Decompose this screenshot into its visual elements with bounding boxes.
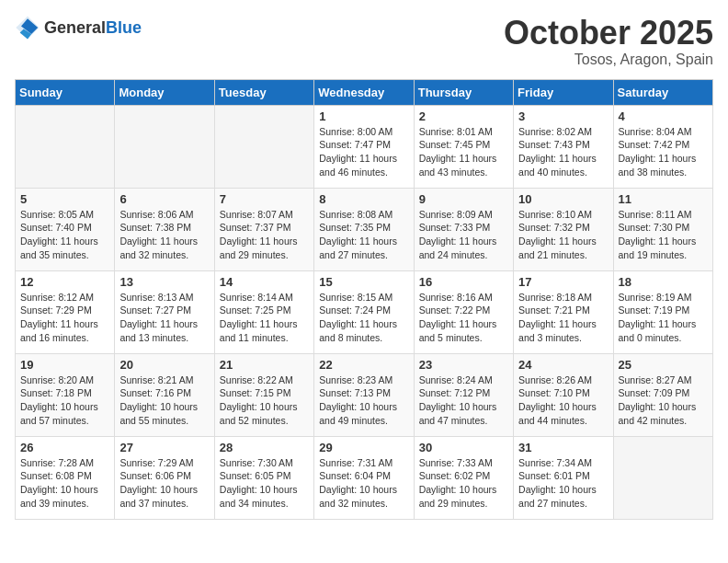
- day-cell: 30Sunrise: 7:33 AM Sunset: 6:02 PM Dayli…: [414, 436, 513, 519]
- day-info: Sunrise: 7:33 AM Sunset: 6:02 PM Dayligh…: [419, 456, 508, 511]
- day-number: 27: [119, 441, 209, 454]
- day-number: 3: [518, 109, 608, 123]
- day-number: 31: [518, 441, 608, 454]
- day-cell: 13Sunrise: 8:13 AM Sunset: 7:27 PM Dayli…: [115, 270, 214, 353]
- day-info: Sunrise: 8:00 AM Sunset: 7:47 PM Dayligh…: [319, 125, 408, 179]
- day-number: 14: [220, 275, 309, 289]
- calendar-table: SundayMondayTuesdayWednesdayThursdayFrid…: [15, 79, 713, 520]
- day-number: 4: [619, 109, 708, 123]
- day-cell: 6Sunrise: 8:06 AM Sunset: 7:38 PM Daylig…: [115, 188, 214, 270]
- day-info: Sunrise: 8:12 AM Sunset: 7:29 PM Dayligh…: [20, 291, 109, 345]
- logo: GeneralBlue: [15, 15, 142, 40]
- day-cell: 21Sunrise: 8:22 AM Sunset: 7:15 PM Dayli…: [214, 353, 313, 436]
- day-number: 7: [220, 192, 309, 206]
- day-number: 5: [20, 192, 109, 206]
- day-info: Sunrise: 7:31 AM Sunset: 6:04 PM Dayligh…: [319, 456, 408, 511]
- day-info: Sunrise: 8:19 AM Sunset: 7:19 PM Dayligh…: [619, 291, 708, 345]
- day-info: Sunrise: 8:18 AM Sunset: 7:21 PM Dayligh…: [518, 291, 608, 345]
- header-sunday: Sunday: [16, 79, 115, 105]
- day-number: 24: [518, 358, 608, 372]
- day-cell: 2Sunrise: 8:01 AM Sunset: 7:45 PM Daylig…: [414, 105, 513, 188]
- day-cell: 9Sunrise: 8:09 AM Sunset: 7:33 PM Daylig…: [414, 188, 513, 270]
- day-number: 19: [20, 358, 109, 372]
- week-row-1: 1Sunrise: 8:00 AM Sunset: 7:47 PM Daylig…: [16, 105, 713, 188]
- day-cell: 12Sunrise: 8:12 AM Sunset: 7:29 PM Dayli…: [16, 270, 115, 353]
- day-number: 26: [20, 441, 109, 454]
- day-info: Sunrise: 8:23 AM Sunset: 7:13 PM Dayligh…: [319, 373, 408, 428]
- day-info: Sunrise: 8:07 AM Sunset: 7:37 PM Dayligh…: [220, 208, 309, 262]
- title-block: October 2025 Tosos, Aragon, Spain: [504, 15, 713, 68]
- day-cell: 8Sunrise: 8:08 AM Sunset: 7:35 PM Daylig…: [314, 188, 414, 270]
- day-cell: 7Sunrise: 8:07 AM Sunset: 7:37 PM Daylig…: [214, 188, 313, 270]
- day-info: Sunrise: 8:02 AM Sunset: 7:43 PM Dayligh…: [518, 125, 608, 179]
- header-friday: Friday: [514, 79, 613, 105]
- day-cell: 24Sunrise: 8:26 AM Sunset: 7:10 PM Dayli…: [514, 353, 613, 436]
- day-cell: 10Sunrise: 8:10 AM Sunset: 7:32 PM Dayli…: [514, 188, 613, 270]
- day-info: Sunrise: 8:06 AM Sunset: 7:38 PM Dayligh…: [119, 208, 209, 262]
- day-number: 20: [119, 358, 209, 372]
- day-info: Sunrise: 8:13 AM Sunset: 7:27 PM Dayligh…: [119, 291, 209, 345]
- logo-icon: [15, 15, 40, 40]
- day-cell: 18Sunrise: 8:19 AM Sunset: 7:19 PM Dayli…: [613, 270, 712, 353]
- day-cell: 3Sunrise: 8:02 AM Sunset: 7:43 PM Daylig…: [514, 105, 613, 188]
- day-info: Sunrise: 7:28 AM Sunset: 6:08 PM Dayligh…: [20, 456, 109, 511]
- day-info: Sunrise: 8:09 AM Sunset: 7:33 PM Dayligh…: [419, 208, 508, 262]
- day-cell: 17Sunrise: 8:18 AM Sunset: 7:21 PM Dayli…: [514, 270, 613, 353]
- day-cell: 15Sunrise: 8:15 AM Sunset: 7:24 PM Dayli…: [314, 270, 414, 353]
- week-row-5: 26Sunrise: 7:28 AM Sunset: 6:08 PM Dayli…: [16, 436, 713, 519]
- day-number: 16: [419, 275, 508, 289]
- logo-text: GeneralBlue: [44, 18, 142, 38]
- day-cell: 31Sunrise: 7:34 AM Sunset: 6:01 PM Dayli…: [514, 436, 613, 519]
- page-header: GeneralBlue October 2025 Tosos, Aragon, …: [15, 15, 713, 68]
- day-info: Sunrise: 8:22 AM Sunset: 7:15 PM Dayligh…: [220, 373, 309, 428]
- header-saturday: Saturday: [613, 79, 712, 105]
- day-number: 17: [518, 275, 608, 289]
- day-cell: 27Sunrise: 7:29 AM Sunset: 6:06 PM Dayli…: [115, 436, 214, 519]
- day-info: Sunrise: 8:20 AM Sunset: 7:18 PM Dayligh…: [20, 373, 109, 428]
- day-number: 21: [220, 358, 309, 372]
- day-info: Sunrise: 8:11 AM Sunset: 7:30 PM Dayligh…: [619, 208, 708, 262]
- day-cell: [115, 105, 214, 188]
- day-info: Sunrise: 8:24 AM Sunset: 7:12 PM Dayligh…: [419, 373, 508, 428]
- day-cell: 5Sunrise: 8:05 AM Sunset: 7:40 PM Daylig…: [16, 188, 115, 270]
- header-monday: Monday: [115, 79, 214, 105]
- day-cell: 22Sunrise: 8:23 AM Sunset: 7:13 PM Dayli…: [314, 353, 414, 436]
- day-cell: [214, 105, 313, 188]
- day-number: 6: [119, 192, 209, 206]
- header-thursday: Thursday: [414, 79, 513, 105]
- header-wednesday: Wednesday: [314, 79, 414, 105]
- day-number: 30: [419, 441, 508, 454]
- day-info: Sunrise: 8:08 AM Sunset: 7:35 PM Dayligh…: [319, 208, 408, 262]
- day-info: Sunrise: 7:30 AM Sunset: 6:05 PM Dayligh…: [220, 456, 309, 511]
- week-row-4: 19Sunrise: 8:20 AM Sunset: 7:18 PM Dayli…: [16, 353, 713, 436]
- day-cell: 1Sunrise: 8:00 AM Sunset: 7:47 PM Daylig…: [314, 105, 414, 188]
- day-cell: 16Sunrise: 8:16 AM Sunset: 7:22 PM Dayli…: [414, 270, 513, 353]
- day-cell: 25Sunrise: 8:27 AM Sunset: 7:09 PM Dayli…: [613, 353, 712, 436]
- day-number: 8: [319, 192, 408, 206]
- day-number: 12: [20, 275, 109, 289]
- day-cell: 28Sunrise: 7:30 AM Sunset: 6:05 PM Dayli…: [214, 436, 313, 519]
- day-info: Sunrise: 8:21 AM Sunset: 7:16 PM Dayligh…: [119, 373, 209, 428]
- day-number: 9: [419, 192, 508, 206]
- day-cell: [613, 436, 712, 519]
- day-info: Sunrise: 8:14 AM Sunset: 7:25 PM Dayligh…: [220, 291, 309, 345]
- day-number: 15: [319, 275, 408, 289]
- day-info: Sunrise: 8:27 AM Sunset: 7:09 PM Dayligh…: [619, 373, 708, 428]
- day-number: 22: [319, 358, 408, 372]
- day-number: 2: [419, 109, 508, 123]
- day-info: Sunrise: 7:34 AM Sunset: 6:01 PM Dayligh…: [518, 456, 608, 511]
- day-info: Sunrise: 8:04 AM Sunset: 7:42 PM Dayligh…: [619, 125, 708, 179]
- day-info: Sunrise: 8:10 AM Sunset: 7:32 PM Dayligh…: [518, 208, 608, 262]
- day-info: Sunrise: 8:16 AM Sunset: 7:22 PM Dayligh…: [419, 291, 508, 345]
- day-cell: 23Sunrise: 8:24 AM Sunset: 7:12 PM Dayli…: [414, 353, 513, 436]
- day-cell: 11Sunrise: 8:11 AM Sunset: 7:30 PM Dayli…: [613, 188, 712, 270]
- day-info: Sunrise: 8:05 AM Sunset: 7:40 PM Dayligh…: [20, 208, 109, 262]
- day-info: Sunrise: 8:01 AM Sunset: 7:45 PM Dayligh…: [419, 125, 508, 179]
- day-number: 13: [119, 275, 209, 289]
- day-cell: 14Sunrise: 8:14 AM Sunset: 7:25 PM Dayli…: [214, 270, 313, 353]
- day-number: 29: [319, 441, 408, 454]
- day-number: 18: [619, 275, 708, 289]
- week-row-3: 12Sunrise: 8:12 AM Sunset: 7:29 PM Dayli…: [16, 270, 713, 353]
- day-number: 28: [220, 441, 309, 454]
- day-cell: 4Sunrise: 8:04 AM Sunset: 7:42 PM Daylig…: [613, 105, 712, 188]
